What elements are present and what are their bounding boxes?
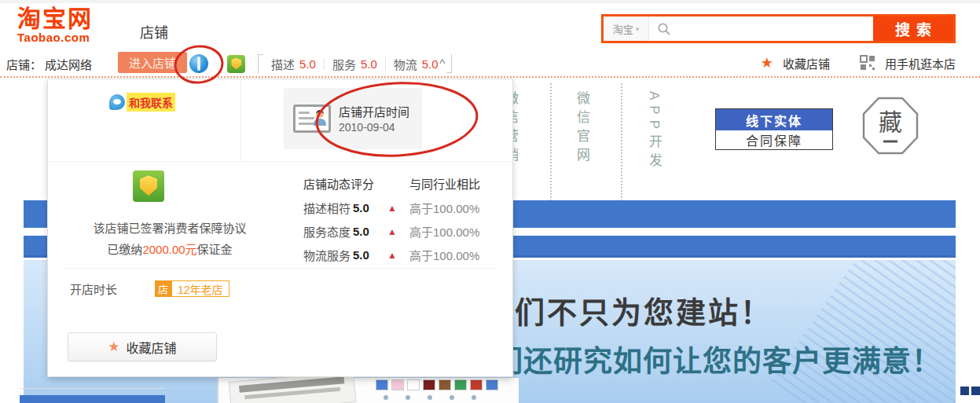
- open-time-date: 2010-09-04: [339, 121, 409, 134]
- banner-headline-2: 我们还研究如何让您的客户更满意！: [464, 338, 941, 380]
- dsr-row-service: 服务态度 5.0 ▲ 高于100.00%: [303, 223, 500, 240]
- favorite-shop-button-label: 收藏店铺: [127, 338, 177, 357]
- contact-me-button[interactable]: 和我联系: [109, 93, 175, 112]
- rating-logistics: 物流 5.0: [394, 56, 439, 72]
- deposit-amount: 2000.00元: [142, 243, 196, 256]
- page-title: 店铺: [140, 21, 168, 42]
- search-category-dropdown[interactable]: 淘宝 ▾: [604, 16, 649, 41]
- dsr-header-left: 店铺动态评分: [303, 175, 409, 192]
- contact-dots: [384, 395, 476, 400]
- mobile-shop-link[interactable]: 用手机逛本店: [885, 55, 956, 71]
- offline-entity-title: 线下实体: [716, 109, 832, 130]
- rating-service: 服务 5.0: [332, 56, 377, 72]
- consumer-protection-badge: [133, 170, 164, 202]
- background-divider: [20, 388, 165, 389]
- shop-nav-bar: 店铺： 成达网络 进入店铺 描述 5.0 服务 5.0 物流 5.0 ^ ★ 收…: [0, 47, 980, 78]
- background-blue-button: [20, 395, 165, 403]
- bracket-left: [258, 54, 263, 73]
- dsr-ratings-table: 店铺动态评分 与同行业相比 描述相符 5.0 ▲ 高于100.00% 服务态度 …: [303, 175, 500, 270]
- consumer-protection-icon[interactable]: [227, 55, 245, 73]
- shop-age-badge[interactable]: 店 12年老店: [155, 280, 229, 297]
- chevron-down-icon: ▾: [636, 25, 640, 33]
- rating-separator: [385, 58, 386, 70]
- contract-guarantee-label: 合同保障: [716, 130, 832, 149]
- vertical-label-wechat-site: 微信官网: [572, 91, 592, 167]
- favorite-shop-link[interactable]: 收藏店铺: [783, 55, 830, 71]
- bracket-right: [446, 54, 452, 73]
- rating-separator: [324, 58, 325, 70]
- banner-headline-1: 我们不只为您建站！: [483, 288, 773, 332]
- shop-open-time-card: 店铺开店时间 2010-09-04: [284, 88, 422, 149]
- contact-me-label: 和我联系: [127, 93, 175, 112]
- logo-en: Taobao.com: [17, 31, 93, 43]
- guarantee-line1: 该店铺已签署消费者保障协议: [48, 218, 292, 239]
- shop-age-row: 开店时长 店 12年老店: [70, 280, 229, 297]
- search-input[interactable]: [649, 16, 873, 41]
- search-icon: [657, 22, 671, 36]
- dotted-divider: [550, 83, 552, 201]
- id-card-icon: [293, 104, 331, 133]
- favorite-shop-button[interactable]: ★ 收藏店铺: [68, 332, 217, 361]
- top-strip: [0, 0, 980, 3]
- open-time-title: 店铺开店时间: [339, 104, 409, 122]
- popup-vertical-divider: [240, 79, 241, 160]
- arrow-up-icon: ▲: [387, 226, 409, 237]
- shop-age-text: 12年老店: [171, 280, 229, 297]
- taobao-shop-page: 微信营销 微信官网 APP开发 线下实体 合同保障 藏 我们不只为您建站！ 我们…: [0, 0, 980, 403]
- taobao-logo[interactable]: 淘宝网 Taobao.com: [17, 7, 93, 43]
- shop-age-label: 开店时长: [70, 280, 117, 297]
- rating-description: 描述 5.0: [271, 56, 316, 72]
- logo-cn: 淘宝网: [17, 7, 93, 31]
- search-bar: 淘宝 ▾ 搜索: [601, 14, 956, 43]
- enter-shop-button[interactable]: 进入店铺: [118, 52, 187, 73]
- search-category-label: 淘宝: [613, 21, 633, 36]
- search-button[interactable]: 搜索: [873, 16, 953, 41]
- background-collage: [217, 378, 519, 403]
- collect-seal-stamp: 藏: [861, 96, 919, 156]
- wangwang-chat-icon: [109, 94, 125, 110]
- star-icon: ★: [108, 339, 119, 355]
- guarantee-line2: 已缴纳2000.00元保证金: [48, 239, 292, 260]
- dsr-row-logistics: 物流服务 5.0 ▲ 高于100.00%: [303, 247, 500, 263]
- dsr-header-right: 与同行业相比: [409, 175, 480, 192]
- dsr-row-description: 描述相符 5.0 ▲ 高于100.00%: [303, 200, 500, 216]
- offline-entity-box: 线下实体 合同保障: [715, 108, 833, 150]
- arrow-up-icon: ▲: [387, 203, 409, 214]
- shop-name[interactable]: 成达网络: [45, 56, 92, 72]
- shop-info-popup: 和我联系 店铺开店时间 2010-09-04 该店铺已签署消费者保障协议 已缴纳…: [47, 79, 513, 377]
- star-icon: ★: [761, 54, 773, 71]
- dotted-divider: [621, 83, 622, 201]
- banner-watermark: [771, 260, 956, 403]
- seal-character: 藏: [879, 108, 902, 136]
- vertical-label-app-dev: APP开发: [644, 91, 664, 172]
- guarantee-text: 该店铺已签署消费者保障协议 已缴纳2000.00元保证金: [48, 218, 292, 260]
- shop-label: 店铺：: [6, 56, 42, 72]
- thumbnail-strip: [376, 379, 498, 390]
- popup-divider: [48, 161, 512, 162]
- wangwang-icon[interactable]: [189, 54, 208, 73]
- collapse-caret-icon[interactable]: ^: [439, 57, 446, 68]
- arrow-up-icon: ▲: [387, 250, 409, 261]
- shop-ratings-group: 描述 5.0 服务 5.0 物流 5.0: [258, 54, 452, 73]
- shop-badge-icon: 店: [155, 280, 171, 297]
- qr-code-icon: [860, 55, 875, 71]
- banner-corner-squares: [960, 387, 980, 395]
